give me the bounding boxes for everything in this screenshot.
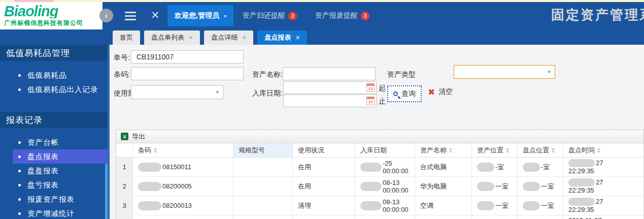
cell-text: 08-13 00:00:00 [383, 198, 415, 213]
tab-盘点报表[interactable]: 盘点报表× [257, 30, 307, 45]
collapse-sidebar-button[interactable]: ‹ [99, 9, 113, 22]
sidebar-item[interactable]: 资产台帐 [0, 135, 108, 149]
redaction-blob [568, 198, 595, 206]
barcode-input[interactable] [131, 67, 244, 80]
check-time-date: 27 [596, 159, 603, 167]
tab-label: 盘点单列表 [151, 33, 184, 42]
check-time-clock: 22:29:35 [568, 167, 594, 175]
redaction-blob [523, 201, 540, 210]
column-header-ploc[interactable]: 盘点位置 [518, 143, 563, 157]
cell-ploc: 一室 [518, 196, 563, 215]
cell-model [233, 215, 293, 219]
asset-name-input[interactable] [283, 67, 376, 80]
clear-button[interactable]: ✖ 清空 [428, 87, 453, 97]
table-row[interactable]: 108150011在用-25 00:00:00台式电脑-室-室2722:29:3… [116, 158, 643, 177]
sidebar-item-label: 报废资产报表 [27, 195, 75, 204]
tab-close-icon[interactable]: × [242, 34, 246, 41]
column-header-in_date[interactable]: 入库日期 [355, 143, 415, 157]
table-row[interactable]: 2019-11-27 [116, 215, 643, 219]
cell-text: 华为电脑 [420, 182, 447, 191]
logo-company-name: 广州标领信息科技有限公司 [4, 19, 103, 27]
sidebar-item-label: 低值易耗品 [27, 71, 67, 80]
cell-text: 08150011 [162, 163, 191, 171]
sort-arrows-icon [552, 148, 555, 153]
bullet-icon [18, 141, 21, 144]
column-header-label: 资产位置 [477, 146, 503, 155]
in-date-end-input[interactable] [283, 95, 377, 107]
cell-text: 一室 [541, 182, 554, 191]
sidebar-item[interactable]: 低值易耗品出入记录 [0, 82, 108, 97]
cell-time: 2722:29:35 [563, 158, 644, 176]
column-header-label: 规格型号 [239, 146, 265, 155]
calendar-icon[interactable] [366, 83, 375, 92]
tab-盘点单列表[interactable]: 盘点单列表× [144, 30, 200, 45]
redaction-blob [138, 163, 161, 172]
cell-barcode: 08150011 [133, 158, 233, 176]
cell-in_date [355, 215, 415, 219]
cell-text: 08200005 [162, 182, 192, 190]
close-icon[interactable]: ✕ [151, 9, 160, 21]
tab-盘点详细[interactable]: 盘点详细× [204, 30, 253, 45]
sidebar-item-label: 盘亏报表 [27, 180, 59, 190]
column-header-barcode[interactable]: 条码 [133, 143, 233, 157]
sidebar-item[interactable]: 盘点报表 [0, 149, 108, 164]
notification-label: 资产报废提醒 [315, 11, 358, 20]
calendar-icon[interactable] [366, 97, 375, 105]
date-start-suffix: 起 [379, 84, 386, 93]
sidebar-item[interactable]: 盘盈报表 [0, 164, 108, 178]
notification-item[interactable]: 资产报废提醒3 [315, 11, 369, 20]
app-title: 固定资产管理系 [551, 6, 644, 24]
barcode-label: 条码: [114, 70, 130, 79]
column-header-time[interactable]: 盘点时间 [563, 143, 644, 157]
export-button[interactable]: X 导出 [121, 132, 145, 141]
hamburger-menu-icon[interactable] [125, 12, 136, 22]
tab-close-icon[interactable]: × [295, 34, 299, 41]
asset-type-select[interactable]: ▾ [454, 65, 555, 79]
cell-text: 一室 [541, 201, 554, 210]
department-select[interactable]: ▾ [131, 85, 223, 99]
check-time-line1: 2019-11-27 [568, 216, 644, 219]
sidebar-item[interactable]: 资产增减统计 [0, 206, 108, 219]
cell-time: 2019-11-27 [563, 215, 644, 219]
sidebar-item-label: 资产增减统计 [27, 209, 75, 218]
tab-首页[interactable]: 首页 [113, 30, 140, 45]
column-header-name[interactable]: 资产名称 [415, 143, 472, 157]
in-date-start-input[interactable] [283, 81, 377, 94]
logo[interactable]: Biaoling 广州标领信息科技有限公司 [0, 2, 103, 29]
cell-barcode: 08200005 [133, 177, 233, 196]
notification-area: 资产归还提醒3资产报废提醒3 [243, 6, 369, 25]
column-header-model[interactable]: 规格型号 [233, 143, 293, 157]
cell-text: -室 [541, 163, 550, 172]
sidebar-item[interactable]: 报废资产报表 [0, 192, 108, 206]
cell-index [116, 215, 133, 219]
in-date-label: 入库日期: [252, 89, 283, 98]
bullet-icon [18, 88, 21, 91]
redaction-blob [523, 163, 540, 172]
check-time-line2: 22:29:35 [568, 206, 644, 214]
export-button-label: 导出 [132, 132, 145, 141]
sidebar-item[interactable]: 低值易耗品 [0, 68, 108, 82]
bullet-icon [18, 198, 21, 201]
sidebar-item[interactable]: 盘亏报表 [0, 178, 108, 192]
sidebar-section-title[interactable]: 低值易耗品管理 [0, 45, 108, 61]
sidebar: 低值易耗品管理低值易耗品低值易耗品出入记录报表记录资产台帐盘点报表盘盈报表盘亏报… [0, 29, 108, 219]
asset-type-label: 资产类型 [387, 70, 416, 79]
search-button[interactable]: 查询 [387, 85, 422, 102]
cell-index: 2 [116, 177, 133, 196]
welcome-user-dropdown[interactable]: 欢迎您,管理员 ▾ [167, 5, 233, 26]
tab-close-icon[interactable]: × [189, 34, 193, 41]
order-no-input[interactable] [131, 50, 244, 64]
tab-bar: 首页盘点单列表×盘点详细×盘点报表× [108, 29, 644, 45]
main-content: 单号: 条码: 资产名称: 资产类型 ▾ 使用部门: ▾ 入库日期: 起 止 查… [110, 45, 644, 219]
bullet-icon [18, 74, 21, 77]
column-header-loc[interactable]: 资产位置 [472, 143, 518, 157]
column-header-status[interactable]: 使用状况 [293, 143, 355, 157]
table-row[interactable]: 308200013清理08-13 00:00:00空调一室一室2722:29:3… [116, 196, 643, 215]
cell-text: 一室 [495, 201, 509, 210]
notification-item[interactable]: 资产归还提醒3 [243, 11, 297, 20]
table-row[interactable]: 208200005在用08-13 00:00:00华为电脑一室一室2722:29… [116, 177, 643, 196]
sidebar-section-title[interactable]: 报表记录 [0, 112, 108, 128]
check-time-date: 2019-11-27 [568, 216, 602, 219]
cell-time: 2722:29:35 [563, 196, 644, 215]
table-body: 108150011在用-25 00:00:00台式电脑-室-室2722:29:3… [116, 158, 643, 219]
